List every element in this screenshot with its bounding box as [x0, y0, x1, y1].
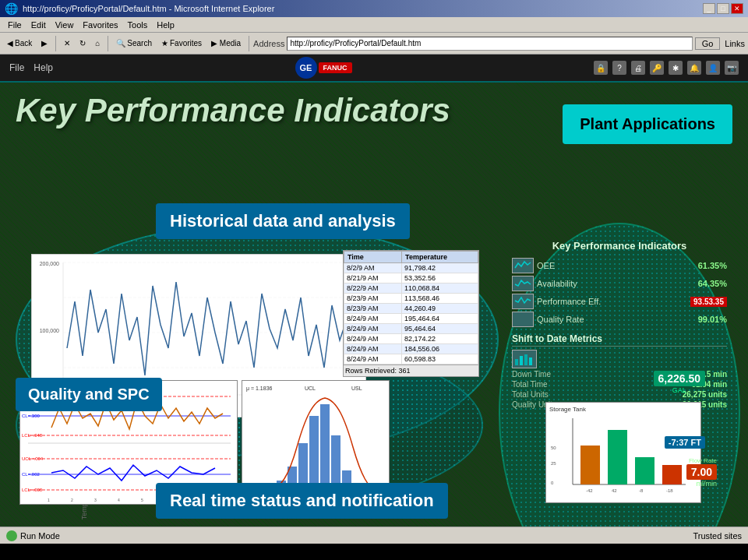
kpi-perf-icon — [512, 294, 534, 309]
status-bar: Run Mode Trusted sites — [0, 527, 748, 544]
menu-bar: File Edit View Favorites Tools Help — [0, 17, 748, 33]
svg-text:25: 25 — [551, 461, 556, 466]
svg-text:1: 1 — [48, 498, 50, 502]
quality-button[interactable]: Quality and SPC — [16, 378, 162, 411]
kpi-row-avail: Availability 64.35% — [512, 276, 727, 291]
svg-text:LCL=.008: LCL=.008 — [22, 488, 43, 492]
storage-display: 6,226.50 GAL — [654, 371, 706, 394]
maximize-button[interactable]: □ — [717, 3, 729, 14]
table-row: 8/22/9 AM110,068.84 — [344, 284, 478, 294]
ie-icon: 🌐 — [5, 2, 18, 15]
star-icon[interactable]: ✱ — [669, 61, 683, 75]
kpi-oee-icon — [512, 258, 534, 273]
address-input[interactable] — [287, 37, 692, 51]
svg-rect-54 — [608, 430, 627, 484]
run-mode-label: Run Mode — [20, 531, 60, 541]
svg-rect-56 — [662, 465, 682, 484]
svg-text:50: 50 — [551, 446, 556, 450]
storage-unit: GAL — [654, 386, 706, 394]
svg-text:-42: -42 — [586, 488, 593, 493]
kpi-perf-value: 93.53.35 — [690, 297, 727, 307]
storage-value: 6,226.50 — [654, 371, 706, 386]
lock-icon[interactable]: 🔒 — [594, 61, 608, 75]
svg-text:100,000: 100,000 — [40, 328, 59, 333]
status-left: Run Mode — [6, 530, 60, 541]
main-content: Key Performance Indicators Plant Applica… — [0, 83, 748, 527]
search-button[interactable]: 🔍 Search — [112, 35, 156, 52]
menu-file[interactable]: File — [3, 19, 26, 30]
title-bar: 🌐 http://proficy/ProficyPortal/Default.h… — [0, 0, 748, 17]
refresh-button[interactable]: ↻ — [76, 35, 90, 52]
kpi-avail-label: Availability — [537, 279, 695, 288]
kpi-quality-icon — [512, 312, 534, 327]
svg-text:3: 3 — [94, 498, 97, 502]
level-value: -7:37 FT — [665, 436, 705, 449]
close-button[interactable]: ✕ — [731, 3, 743, 14]
settings-icon[interactable]: ? — [612, 61, 626, 75]
flow-label: Flow Rate — [686, 457, 717, 464]
svg-rect-43 — [320, 404, 330, 492]
nav-file[interactable]: File — [9, 62, 24, 73]
kpi-avail-value: 64.35% — [698, 279, 727, 288]
home-button[interactable]: ⌂ — [91, 35, 104, 52]
table-row: 8/24/9 AM95,464.64 — [344, 324, 478, 334]
table-row: 8/24/9 AM195,464.64 — [344, 314, 478, 324]
table-row: 8/2/9 AM91,798.42 — [344, 263, 478, 273]
user-icon[interactable]: 👤 — [706, 61, 720, 75]
toolbar-separator-3 — [249, 36, 249, 51]
menu-tools[interactable]: Tools — [123, 19, 153, 30]
app-nav: File Help — [9, 62, 53, 73]
bell-icon[interactable]: 🔔 — [687, 61, 701, 75]
svg-text:4: 4 — [118, 498, 120, 502]
header-icons: 🔒 ? 🖨 🔑 ✱ 🔔 👤 📷 — [594, 61, 739, 75]
trusted-sites-label: Trusted sites — [693, 531, 742, 541]
kpi-panel-title: Key Performance Indicators — [512, 240, 727, 252]
menu-edit[interactable]: Edit — [26, 19, 51, 30]
historical-button[interactable]: Historical data and analysis — [156, 203, 410, 239]
kpi-row-quality: Quality Rate 99.01% — [512, 312, 727, 327]
svg-text:USL: USL — [351, 386, 362, 391]
minimize-button[interactable]: _ — [703, 3, 715, 14]
rows-retrieved: Rows Retrieved: 361 — [344, 365, 478, 376]
print-icon[interactable]: 🖨 — [631, 61, 645, 75]
back-button[interactable]: ◀ Back — [3, 35, 36, 52]
svg-text:-18: -18 — [666, 488, 673, 493]
media-button[interactable]: ▶ Media — [207, 35, 245, 52]
svg-text:5: 5 — [141, 498, 143, 502]
svg-rect-53 — [580, 446, 600, 484]
camera-icon[interactable]: 📷 — [725, 61, 739, 75]
ge-fanuc-logo: GE FANUC — [295, 57, 352, 79]
table-header-temp: Temperature — [402, 252, 478, 263]
ge-icon: GE — [295, 57, 317, 79]
table-header-time: Time — [344, 252, 402, 263]
table-row: 8/21/9 AM53,352.56 — [344, 273, 478, 284]
plant-apps-button[interactable]: Plant Applications — [563, 104, 732, 144]
stop-button[interactable]: ✕ — [60, 35, 74, 52]
metric-totalunits-label: Total Units — [512, 390, 549, 399]
svg-rect-2 — [524, 354, 527, 365]
forward-button[interactable]: ▶ — [37, 35, 51, 52]
fanuc-icon: FANUC — [319, 62, 352, 73]
key-icon[interactable]: 🔑 — [650, 61, 664, 75]
svg-text:200,000: 200,000 — [40, 261, 59, 266]
svg-text:CL=.002: CL=.002 — [22, 472, 41, 477]
table-row: 8/24/9 AM82,174.22 — [344, 334, 478, 344]
flow-value: 7.00 — [686, 464, 717, 480]
svg-rect-55 — [635, 457, 654, 484]
address-bar: Address Go — [253, 35, 720, 52]
nav-help[interactable]: Help — [34, 62, 53, 73]
menu-view[interactable]: View — [51, 19, 79, 30]
menu-help[interactable]: Help — [152, 19, 179, 30]
kpi-oee-label: OEE — [537, 261, 695, 270]
bar-chart: Storage Tank -42 42 -8 -18 50 25 0 — [545, 402, 701, 503]
menu-favorites[interactable]: Favorites — [78, 19, 122, 30]
metric-downtime-label: Down Time — [512, 370, 551, 379]
go-button[interactable]: Go — [695, 37, 721, 50]
realtime-button[interactable]: Real time status and notification — [156, 483, 448, 519]
metric-totaltime-label: Total Time — [512, 380, 548, 389]
page-title: Key Performance Indicators — [16, 92, 450, 129]
kpi-row-perf: Performance Eff. 93.53.35 — [512, 294, 727, 309]
favorites-button[interactable]: ★ Favorites — [157, 35, 206, 52]
data-table: Time Temperature 8/2/9 AM91,798.42 8/21/… — [343, 250, 479, 377]
svg-rect-42 — [309, 416, 319, 492]
